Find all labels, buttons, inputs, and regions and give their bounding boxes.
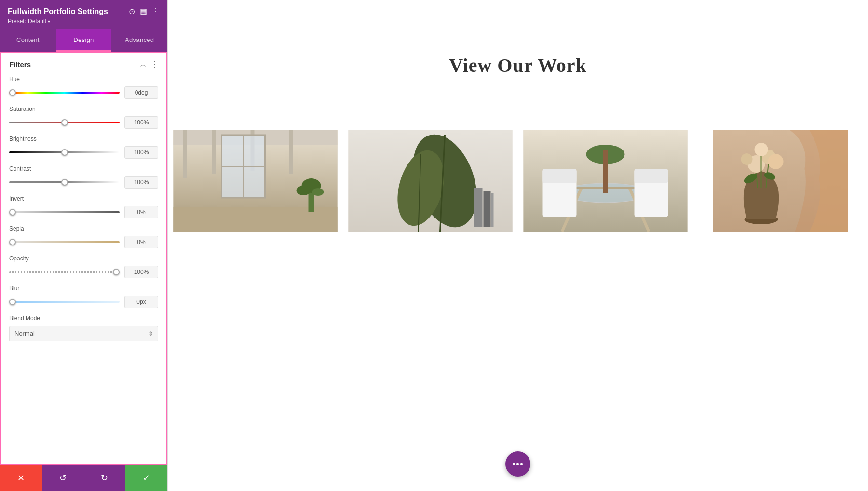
settings-icon[interactable]: ⊙ bbox=[129, 7, 135, 16]
svg-rect-24 bbox=[491, 193, 494, 227]
tab-advanced[interactable]: Advanced bbox=[111, 29, 167, 52]
svg-rect-4 bbox=[212, 130, 216, 174]
svg-rect-32 bbox=[543, 169, 577, 183]
invert-filter: Invert 0% bbox=[9, 195, 158, 218]
brightness-control: 100% bbox=[9, 146, 158, 159]
settings-panel: Fullwidth Portfolio Settings ⊙ ▦ ⋮ Prese… bbox=[0, 0, 168, 491]
tab-content[interactable]: Content bbox=[0, 29, 56, 52]
section-controls: ︿ ⋮ bbox=[140, 60, 158, 69]
sidebar-header: Fullwidth Portfolio Settings ⊙ ▦ ⋮ Prese… bbox=[0, 0, 167, 29]
canvas-heading: View Our Work bbox=[449, 54, 587, 77]
columns-icon[interactable]: ▦ bbox=[140, 7, 147, 16]
canvas: View Our Work bbox=[168, 0, 868, 491]
brightness-filter: Brightness 100% bbox=[9, 136, 158, 159]
blur-slider[interactable] bbox=[9, 301, 120, 303]
preset-row: Preset: Default ▾ bbox=[8, 18, 160, 25]
blur-label: Blur bbox=[9, 285, 158, 292]
saturation-filter: Saturation 100% bbox=[9, 106, 158, 129]
saturation-slider-container bbox=[9, 118, 120, 127]
blend-mode-label: Blend Mode bbox=[9, 315, 158, 322]
opacity-value[interactable]: 100% bbox=[124, 266, 158, 278]
tab-design[interactable]: Design bbox=[56, 29, 112, 52]
opacity-slider[interactable] bbox=[9, 271, 120, 273]
invert-slider-container bbox=[9, 208, 120, 217]
portfolio-image-4[interactable] bbox=[693, 130, 868, 232]
sepia-value[interactable]: 0% bbox=[124, 236, 158, 248]
collapse-icon[interactable]: ︿ bbox=[140, 60, 147, 69]
preset-chevron-icon: ▾ bbox=[48, 19, 50, 24]
invert-label: Invert bbox=[9, 195, 158, 202]
portfolio-svg-1 bbox=[168, 130, 343, 232]
tabs-bar: Content Design Advanced bbox=[0, 29, 167, 52]
portfolio-image-3[interactable] bbox=[518, 130, 693, 232]
blur-filter: Blur 0px bbox=[9, 285, 158, 308]
svg-point-43 bbox=[768, 154, 784, 169]
svg-rect-34 bbox=[635, 169, 668, 183]
section-header: Filters ︿ ⋮ bbox=[9, 60, 158, 69]
more-icon[interactable]: ⋮ bbox=[152, 7, 160, 16]
blend-mode-select[interactable]: Normal Multiply Screen Overlay Darken Li… bbox=[9, 326, 158, 341]
canvas-top: View Our Work bbox=[168, 0, 868, 130]
portfolio-image-1[interactable] bbox=[168, 130, 343, 232]
fab-button[interactable]: ••• bbox=[505, 451, 530, 477]
undo-button[interactable]: ↺ bbox=[42, 465, 84, 491]
header-icons: ⊙ ▦ ⋮ bbox=[129, 7, 160, 16]
hue-slider[interactable] bbox=[9, 92, 120, 94]
brightness-slider-container bbox=[9, 148, 120, 157]
portfolio-strip bbox=[168, 130, 868, 232]
save-button[interactable]: ✓ bbox=[125, 465, 167, 491]
contrast-control: 100% bbox=[9, 176, 158, 189]
brightness-label: Brightness bbox=[9, 136, 158, 142]
contrast-value[interactable]: 100% bbox=[124, 176, 158, 189]
invert-value[interactable]: 0% bbox=[124, 206, 158, 218]
save-icon: ✓ bbox=[143, 473, 150, 483]
invert-slider[interactable] bbox=[9, 211, 120, 213]
saturation-value[interactable]: 100% bbox=[124, 116, 158, 129]
hue-filter: Hue 0deg bbox=[9, 76, 158, 99]
svg-point-41 bbox=[741, 153, 753, 165]
blur-value[interactable]: 0px bbox=[124, 296, 158, 308]
brightness-value[interactable]: 100% bbox=[124, 146, 158, 159]
contrast-label: Contrast bbox=[9, 165, 158, 172]
portfolio-image-2[interactable] bbox=[343, 130, 518, 232]
preset-value: Default bbox=[28, 18, 46, 25]
hue-control: 0deg bbox=[9, 86, 158, 99]
svg-rect-36 bbox=[603, 150, 608, 193]
blur-control: 0px bbox=[9, 296, 158, 308]
saturation-slider[interactable] bbox=[9, 122, 120, 123]
blend-mode-filter: Blend Mode Normal Multiply Screen Overla… bbox=[9, 315, 158, 341]
sepia-slider[interactable] bbox=[9, 241, 120, 243]
saturation-control: 100% bbox=[9, 116, 158, 129]
sepia-label: Sepia bbox=[9, 225, 158, 232]
brightness-slider[interactable] bbox=[9, 151, 120, 153]
svg-rect-22 bbox=[474, 188, 483, 227]
preset-label: Preset: bbox=[8, 18, 26, 25]
saturation-label: Saturation bbox=[9, 106, 158, 112]
contrast-slider[interactable] bbox=[9, 181, 120, 183]
opacity-slider-container bbox=[9, 268, 120, 276]
cancel-button[interactable]: ✕ bbox=[0, 465, 42, 491]
undo-icon: ↺ bbox=[59, 473, 67, 483]
hue-label: Hue bbox=[9, 76, 158, 82]
canvas-bottom: ••• bbox=[168, 232, 868, 491]
preset-dropdown[interactable]: Default ▾ bbox=[28, 18, 50, 25]
blur-slider-container bbox=[9, 298, 120, 306]
invert-control: 0% bbox=[9, 206, 158, 218]
sepia-filter: Sepia 0% bbox=[9, 225, 158, 248]
svg-rect-3 bbox=[183, 130, 187, 178]
opacity-label: Opacity bbox=[9, 255, 158, 262]
svg-point-14 bbox=[312, 188, 324, 196]
cancel-icon: ✕ bbox=[17, 473, 25, 483]
redo-button[interactable]: ↻ bbox=[84, 465, 126, 491]
bottom-bar: ✕ ↺ ↻ ✓ bbox=[0, 465, 167, 491]
sepia-slider-container bbox=[9, 238, 120, 246]
sidebar-content: Filters ︿ ⋮ Hue 0deg Saturation bbox=[0, 52, 167, 465]
sepia-control: 0% bbox=[9, 236, 158, 248]
portfolio-svg-4 bbox=[693, 130, 868, 232]
section-menu-icon[interactable]: ⋮ bbox=[150, 60, 158, 69]
panel-title: Fullwidth Portfolio Settings bbox=[8, 7, 108, 16]
filters-section: Filters ︿ ⋮ Hue 0deg Saturation bbox=[1, 53, 166, 355]
contrast-slider-container bbox=[9, 178, 120, 187]
hue-slider-container bbox=[9, 88, 120, 97]
hue-value[interactable]: 0deg bbox=[124, 86, 158, 99]
